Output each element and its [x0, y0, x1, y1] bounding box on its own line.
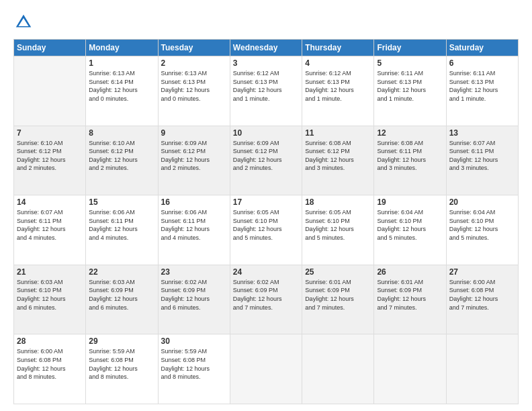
calendar-week-row: 1Sunrise: 6:13 AMSunset: 6:14 PMDaylight… [14, 56, 519, 126]
calendar-cell: 16Sunrise: 6:06 AMSunset: 6:11 PMDayligh… [158, 195, 230, 265]
calendar-cell [230, 334, 302, 404]
day-info: Sunrise: 6:06 AMSunset: 6:11 PMDaylight:… [161, 208, 227, 242]
day-number: 17 [233, 197, 299, 207]
weekday-header-sunday: Sunday [14, 40, 86, 56]
day-number: 13 [449, 128, 515, 138]
day-number: 14 [17, 197, 83, 207]
day-number: 23 [161, 267, 227, 277]
day-info: Sunrise: 6:05 AMSunset: 6:10 PMDaylight:… [233, 208, 299, 242]
calendar-cell: 5Sunrise: 6:11 AMSunset: 6:13 PMDaylight… [374, 56, 446, 126]
day-info: Sunrise: 6:10 AMSunset: 6:12 PMDaylight:… [17, 139, 83, 173]
day-number: 10 [233, 128, 299, 138]
day-info: Sunrise: 6:05 AMSunset: 6:10 PMDaylight:… [305, 208, 371, 242]
day-info: Sunrise: 6:12 AMSunset: 6:13 PMDaylight:… [305, 69, 371, 103]
weekday-header-tuesday: Tuesday [158, 40, 230, 56]
header [13, 12, 519, 32]
calendar-cell: 15Sunrise: 6:06 AMSunset: 6:11 PMDayligh… [86, 195, 158, 265]
day-number: 20 [449, 197, 515, 207]
calendar-cell: 14Sunrise: 6:07 AMSunset: 6:11 PMDayligh… [14, 195, 86, 265]
day-info: Sunrise: 5:59 AMSunset: 6:08 PMDaylight:… [89, 347, 154, 381]
day-info: Sunrise: 6:11 AMSunset: 6:13 PMDaylight:… [377, 69, 443, 103]
day-number: 4 [305, 58, 371, 68]
day-number: 6 [449, 58, 515, 68]
day-number: 15 [89, 197, 154, 207]
day-info: Sunrise: 6:03 AMSunset: 6:10 PMDaylight:… [17, 278, 83, 312]
day-number: 24 [233, 267, 299, 277]
day-info: Sunrise: 6:01 AMSunset: 6:09 PMDaylight:… [305, 278, 371, 312]
calendar-cell: 29Sunrise: 5:59 AMSunset: 6:08 PMDayligh… [86, 334, 158, 404]
calendar-cell: 25Sunrise: 6:01 AMSunset: 6:09 PMDayligh… [302, 265, 374, 334]
day-number: 7 [17, 128, 83, 138]
day-number: 5 [377, 58, 443, 68]
weekday-header-wednesday: Wednesday [230, 40, 302, 56]
day-info: Sunrise: 6:11 AMSunset: 6:13 PMDaylight:… [449, 69, 515, 103]
day-number: 28 [17, 336, 83, 346]
day-number: 3 [233, 58, 299, 68]
calendar-week-row: 28Sunrise: 6:00 AMSunset: 6:08 PMDayligh… [14, 334, 519, 404]
day-info: Sunrise: 6:10 AMSunset: 6:12 PMDaylight:… [89, 139, 154, 173]
day-info: Sunrise: 6:08 AMSunset: 6:12 PMDaylight:… [305, 139, 371, 173]
day-number: 30 [161, 336, 227, 346]
day-info: Sunrise: 6:00 AMSunset: 6:08 PMDaylight:… [17, 347, 83, 381]
day-number: 8 [89, 128, 154, 138]
day-number: 22 [89, 267, 154, 277]
calendar-week-row: 14Sunrise: 6:07 AMSunset: 6:11 PMDayligh… [14, 195, 519, 265]
day-number: 1 [89, 58, 154, 68]
calendar-cell: 26Sunrise: 6:01 AMSunset: 6:09 PMDayligh… [374, 265, 446, 334]
calendar-cell: 23Sunrise: 6:02 AMSunset: 6:09 PMDayligh… [158, 265, 230, 334]
day-info: Sunrise: 6:13 AMSunset: 6:14 PMDaylight:… [89, 69, 154, 103]
calendar-table: SundayMondayTuesdayWednesdayThursdayFrid… [13, 39, 519, 404]
calendar-cell: 2Sunrise: 6:13 AMSunset: 6:13 PMDaylight… [158, 56, 230, 126]
day-info: Sunrise: 6:09 AMSunset: 6:12 PMDaylight:… [161, 139, 227, 173]
calendar-cell: 17Sunrise: 6:05 AMSunset: 6:10 PMDayligh… [230, 195, 302, 265]
calendar-cell: 11Sunrise: 6:08 AMSunset: 6:12 PMDayligh… [302, 126, 374, 195]
day-number: 18 [305, 197, 371, 207]
day-info: Sunrise: 6:00 AMSunset: 6:08 PMDaylight:… [449, 278, 515, 312]
calendar-cell: 18Sunrise: 6:05 AMSunset: 6:10 PMDayligh… [302, 195, 374, 265]
calendar-cell: 12Sunrise: 6:08 AMSunset: 6:11 PMDayligh… [374, 126, 446, 195]
day-number: 11 [305, 128, 371, 138]
logo-icon [13, 12, 34, 32]
calendar-cell: 9Sunrise: 6:09 AMSunset: 6:12 PMDaylight… [158, 126, 230, 195]
day-number: 21 [17, 267, 83, 277]
calendar-cell: 7Sunrise: 6:10 AMSunset: 6:12 PMDaylight… [14, 126, 86, 195]
calendar-cell: 21Sunrise: 6:03 AMSunset: 6:10 PMDayligh… [14, 265, 86, 334]
calendar-cell: 28Sunrise: 6:00 AMSunset: 6:08 PMDayligh… [14, 334, 86, 404]
day-info: Sunrise: 6:01 AMSunset: 6:09 PMDaylight:… [377, 278, 443, 312]
day-number: 25 [305, 267, 371, 277]
weekday-header-friday: Friday [374, 40, 446, 56]
day-number: 12 [377, 128, 443, 138]
day-info: Sunrise: 6:02 AMSunset: 6:09 PMDaylight:… [161, 278, 227, 312]
day-info: Sunrise: 6:04 AMSunset: 6:10 PMDaylight:… [449, 208, 515, 242]
day-info: Sunrise: 6:07 AMSunset: 6:11 PMDaylight:… [449, 139, 515, 173]
weekday-header-thursday: Thursday [302, 40, 374, 56]
calendar-cell [446, 334, 518, 404]
day-info: Sunrise: 5:59 AMSunset: 6:08 PMDaylight:… [161, 347, 227, 381]
day-info: Sunrise: 6:09 AMSunset: 6:12 PMDaylight:… [233, 139, 299, 173]
day-info: Sunrise: 6:02 AMSunset: 6:09 PMDaylight:… [233, 278, 299, 312]
calendar-week-row: 7Sunrise: 6:10 AMSunset: 6:12 PMDaylight… [14, 126, 519, 195]
day-number: 16 [161, 197, 227, 207]
calendar-week-row: 21Sunrise: 6:03 AMSunset: 6:10 PMDayligh… [14, 265, 519, 334]
weekday-header-saturday: Saturday [446, 40, 518, 56]
day-info: Sunrise: 6:06 AMSunset: 6:11 PMDaylight:… [89, 208, 154, 242]
day-info: Sunrise: 6:12 AMSunset: 6:13 PMDaylight:… [233, 69, 299, 103]
calendar-cell: 13Sunrise: 6:07 AMSunset: 6:11 PMDayligh… [446, 126, 518, 195]
day-info: Sunrise: 6:07 AMSunset: 6:11 PMDaylight:… [17, 208, 83, 242]
calendar-cell: 27Sunrise: 6:00 AMSunset: 6:08 PMDayligh… [446, 265, 518, 334]
calendar-cell [302, 334, 374, 404]
calendar-cell: 24Sunrise: 6:02 AMSunset: 6:09 PMDayligh… [230, 265, 302, 334]
calendar-cell: 10Sunrise: 6:09 AMSunset: 6:12 PMDayligh… [230, 126, 302, 195]
calendar-cell: 1Sunrise: 6:13 AMSunset: 6:14 PMDaylight… [86, 56, 158, 126]
day-number: 9 [161, 128, 227, 138]
calendar-cell: 4Sunrise: 6:12 AMSunset: 6:13 PMDaylight… [302, 56, 374, 126]
calendar-cell [374, 334, 446, 404]
calendar-cell: 3Sunrise: 6:12 AMSunset: 6:13 PMDaylight… [230, 56, 302, 126]
calendar-cell: 20Sunrise: 6:04 AMSunset: 6:10 PMDayligh… [446, 195, 518, 265]
day-info: Sunrise: 6:13 AMSunset: 6:13 PMDaylight:… [161, 69, 227, 103]
weekday-header-row: SundayMondayTuesdayWednesdayThursdayFrid… [14, 40, 519, 56]
logo [13, 12, 36, 32]
calendar-cell: 30Sunrise: 5:59 AMSunset: 6:08 PMDayligh… [158, 334, 230, 404]
day-info: Sunrise: 6:08 AMSunset: 6:11 PMDaylight:… [377, 139, 443, 173]
calendar-cell: 19Sunrise: 6:04 AMSunset: 6:10 PMDayligh… [374, 195, 446, 265]
